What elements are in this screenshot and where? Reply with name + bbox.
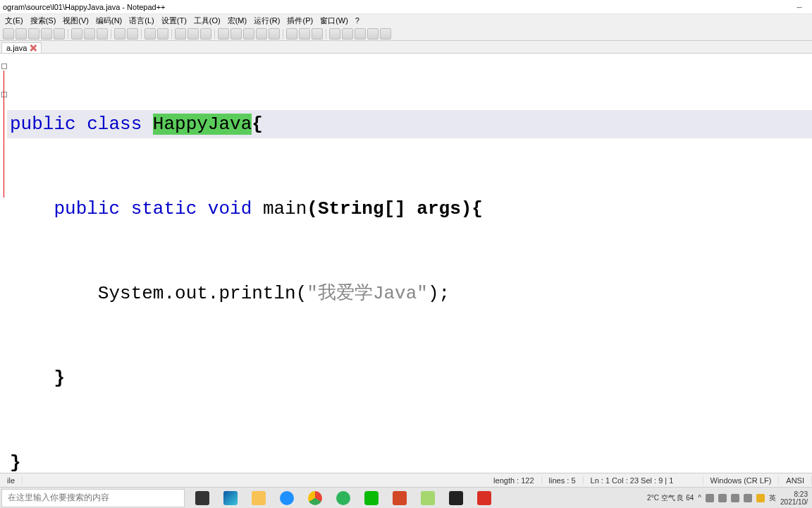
powerpoint-app[interactable] xyxy=(386,488,413,508)
code-area: public class HappyJava{ public static vo… xyxy=(7,54,812,473)
wifi-icon[interactable] xyxy=(731,494,739,502)
zoom-out-icon[interactable] xyxy=(187,28,199,40)
fold-marker-icon[interactable] xyxy=(1,64,7,69)
menu-help[interactable]: ? xyxy=(352,16,363,25)
file-tab[interactable]: a.java xyxy=(1,42,42,53)
monitor-icon[interactable] xyxy=(312,28,323,40)
toolbar xyxy=(0,27,812,41)
taskbar-apps xyxy=(189,488,498,508)
ie-app[interactable] xyxy=(273,488,300,508)
new-file-icon[interactable] xyxy=(3,28,14,40)
taskview-button[interactable] xyxy=(189,488,216,508)
menu-view[interactable]: 视图(V) xyxy=(59,16,92,26)
status-position: Ln : 1 Col : 23 Sel : 9 | 1 xyxy=(584,476,703,485)
brace: } xyxy=(54,368,65,389)
menu-plugins[interactable]: 插件(P) xyxy=(283,16,316,26)
menu-encoding[interactable]: 编码(N) xyxy=(92,16,125,26)
menubar: 文(E) 搜索(S) 视图(V) 编码(N) 语言(L) 设置(T) 工具(O)… xyxy=(0,14,812,27)
sync-icon[interactable] xyxy=(200,28,211,40)
method-call: System.out.println( xyxy=(98,283,307,304)
tray-chevron-icon[interactable]: ^ xyxy=(698,494,701,502)
undo-icon[interactable] xyxy=(114,28,125,40)
status-lines: lines : 5 xyxy=(542,476,584,485)
notepadpp-app[interactable] xyxy=(414,488,441,508)
volume-icon[interactable] xyxy=(744,494,752,502)
edge-app[interactable] xyxy=(217,488,244,508)
save-macro-icon[interactable] xyxy=(380,28,391,40)
keyword: public xyxy=(10,114,87,135)
clock-date: 2021/10/ xyxy=(780,498,808,506)
paste-icon[interactable] xyxy=(97,28,108,40)
fold-marker-icon[interactable] xyxy=(1,92,7,97)
open-file-icon[interactable] xyxy=(16,28,27,40)
browser360-app[interactable] xyxy=(330,488,357,508)
folding-icon[interactable] xyxy=(256,28,267,40)
find-icon[interactable] xyxy=(144,28,156,40)
battery-icon[interactable] xyxy=(718,494,727,502)
minimize-button[interactable]: ─ xyxy=(787,0,812,14)
toolbar-sep xyxy=(68,29,68,39)
menu-language[interactable]: 语言(L) xyxy=(125,16,157,26)
security-icon[interactable] xyxy=(756,494,765,502)
menu-tools[interactable]: 工具(O) xyxy=(190,16,224,26)
chrome-app[interactable] xyxy=(302,488,328,508)
ime-indicator[interactable]: 英 xyxy=(769,493,776,503)
editor-statusbar: ile length : 122 lines : 5 Ln : 1 Col : … xyxy=(0,473,812,487)
code-editor[interactable]: public class HappyJava{ public static vo… xyxy=(0,54,812,473)
tab-close-icon[interactable] xyxy=(30,44,37,52)
menu-search[interactable]: 搜索(S) xyxy=(27,16,60,26)
playmulti-icon[interactable] xyxy=(367,28,379,40)
menu-window[interactable]: 窗口(W) xyxy=(316,16,352,26)
print-icon[interactable] xyxy=(54,28,65,40)
record-icon[interactable] xyxy=(329,28,340,40)
copy-icon[interactable] xyxy=(84,28,95,40)
indent xyxy=(10,198,54,219)
onedrive-icon[interactable] xyxy=(706,494,714,502)
indent-icon[interactable] xyxy=(243,28,254,40)
keyword: public static void xyxy=(54,198,262,219)
menu-macro[interactable]: 宏(M) xyxy=(224,16,251,26)
menu-settings[interactable]: 设置(T) xyxy=(158,16,190,26)
code-line: public static void main(String[] args){ xyxy=(7,195,812,223)
replace-icon[interactable] xyxy=(157,28,168,40)
stop-icon[interactable] xyxy=(342,28,353,40)
menu-run[interactable]: 运行(R) xyxy=(250,16,283,26)
signature: (String[] args){ xyxy=(307,198,483,219)
allchars-icon[interactable] xyxy=(230,28,242,40)
explorer-app[interactable] xyxy=(245,488,272,508)
menu-file[interactable]: 文(E) xyxy=(1,16,27,26)
zoom-in-icon[interactable] xyxy=(175,28,186,40)
toolbar-sep xyxy=(171,29,172,39)
indent xyxy=(10,368,54,389)
window-title: ogram\source\l01\HappyJava.java - Notepa… xyxy=(3,3,166,11)
camtasia-app[interactable] xyxy=(471,488,498,508)
save-icon[interactable] xyxy=(28,28,39,40)
save-all-icon[interactable] xyxy=(41,28,52,40)
doc-map-icon[interactable] xyxy=(269,28,280,40)
function-list-icon[interactable] xyxy=(286,28,297,40)
fold-gutter xyxy=(0,54,7,473)
taskbar-search-input[interactable]: 在这里输入你要搜索的内容 xyxy=(1,489,185,507)
status-encoding: ANSI xyxy=(779,476,812,485)
play-icon[interactable] xyxy=(355,28,366,40)
search-placeholder: 在这里输入你要搜索的内容 xyxy=(8,492,109,504)
tab-label: a.java xyxy=(6,44,27,52)
toolbar-sep xyxy=(141,29,142,39)
cmd-app[interactable] xyxy=(443,488,469,508)
wechat-app[interactable] xyxy=(358,488,385,508)
window-controls: ─ xyxy=(787,0,812,14)
taskbar-clock[interactable]: 8:23 2021/10/ xyxy=(780,490,808,506)
indent xyxy=(10,283,98,304)
folder-icon[interactable] xyxy=(299,28,310,40)
toolbar-sep xyxy=(111,29,111,39)
status-eol: Windows (CR LF) xyxy=(703,476,780,485)
status-filetype: ile xyxy=(0,476,23,485)
string-literal: "我爱学Java" xyxy=(307,283,428,304)
cut-icon[interactable] xyxy=(71,28,82,40)
punct: ); xyxy=(428,283,450,304)
weather-widget[interactable]: 2°C 空气 良 64 xyxy=(647,493,694,503)
redo-icon[interactable] xyxy=(127,28,138,40)
window-titlebar: ogram\source\l01\HappyJava.java - Notepa… xyxy=(0,0,812,14)
toolbar-sep xyxy=(326,29,326,39)
wordwrap-icon[interactable] xyxy=(218,28,229,40)
